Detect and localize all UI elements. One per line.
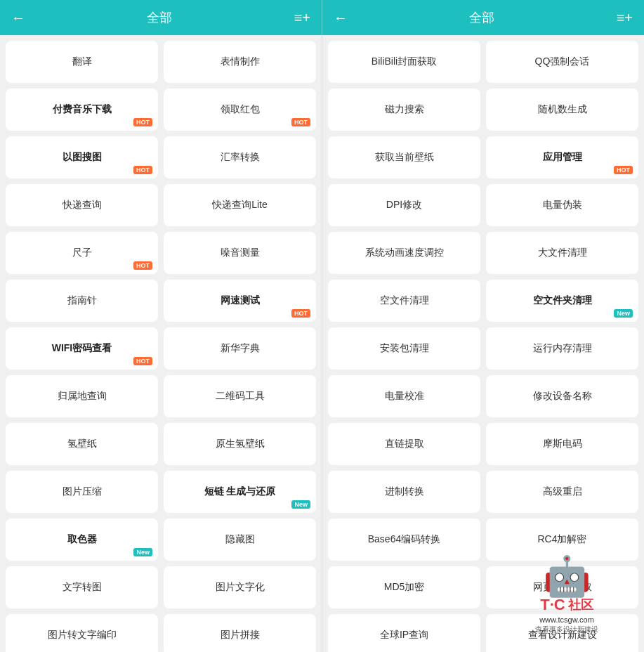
left-header-title: 全部 xyxy=(147,9,172,26)
left-item-15[interactable]: 二维码工具 xyxy=(164,375,316,417)
left-item-label-9: 噪音测量 xyxy=(221,247,260,259)
right-item-label-20: Base64编码转换 xyxy=(368,533,440,546)
left-item-badge-19: New xyxy=(291,500,310,509)
left-item-label-5: 汇率转换 xyxy=(221,151,260,164)
left-menu-icon[interactable]: ≡+ xyxy=(294,10,310,26)
right-item-label-1: QQ强制会话 xyxy=(535,56,590,68)
left-item-label-17: 原生氢壁纸 xyxy=(216,438,265,450)
right-item-10[interactable]: 空文件清理 xyxy=(328,280,480,322)
left-item-label-16: 氢壁纸 xyxy=(67,438,97,450)
left-item-18[interactable]: 图片压缩 xyxy=(6,471,158,513)
left-item-24[interactable]: 图片转文字编印 xyxy=(6,614,158,652)
right-item-label-11: 空文件夹清理 xyxy=(533,294,592,307)
left-item-label-10: 指南针 xyxy=(67,294,97,307)
right-item-label-23: 网页源码获取 xyxy=(533,581,592,594)
right-item-25[interactable]: 查看设计新建设 xyxy=(486,614,638,652)
left-item-23[interactable]: 图片文字化 xyxy=(164,566,316,608)
right-item-label-21: RC4加解密 xyxy=(537,533,586,546)
right-item-label-14: 电量校准 xyxy=(385,390,424,403)
right-item-19[interactable]: 高级重启 xyxy=(486,471,638,513)
left-item-14[interactable]: 归属地查询 xyxy=(6,375,158,417)
right-item-12[interactable]: 安装包清理 xyxy=(328,327,480,370)
left-item-badge-11: HOT xyxy=(291,309,310,318)
right-menu-icon[interactable]: ≡+ xyxy=(617,10,633,26)
left-item-label-15: 二维码工具 xyxy=(216,390,265,403)
left-item-10[interactable]: 指南针 xyxy=(6,280,158,322)
right-item-label-25: 查看设计新建设 xyxy=(528,629,597,641)
main-content: 翻译表情制作付费音乐下载HOT领取红包HOT以图搜图HOT汇率转换快递查询快递查… xyxy=(0,35,644,652)
right-item-15[interactable]: 修改设备名称 xyxy=(486,375,638,417)
left-item-label-4: 以图搜图 xyxy=(63,151,102,164)
right-item-label-9: 大文件清理 xyxy=(538,247,587,259)
right-item-3[interactable]: 随机数生成 xyxy=(486,89,638,131)
right-item-6[interactable]: DPI修改 xyxy=(328,184,480,226)
left-panel: 翻译表情制作付费音乐下载HOT领取红包HOT以图搜图HOT汇率转换快递查询快递查… xyxy=(0,35,322,652)
right-item-8[interactable]: 系统动画速度调控 xyxy=(328,232,480,274)
right-item-13[interactable]: 运行内存清理 xyxy=(486,327,638,370)
left-item-8[interactable]: 尺子HOT xyxy=(6,232,158,274)
right-item-9[interactable]: 大文件清理 xyxy=(486,232,638,274)
header-bar: ← 全部 ≡+ ← 全部 ≡+ xyxy=(0,0,644,35)
left-item-9[interactable]: 噪音测量 xyxy=(164,232,316,274)
left-item-19[interactable]: 短链 生成与还原New xyxy=(164,471,316,513)
left-item-label-25: 图片拼接 xyxy=(221,629,260,641)
right-item-label-13: 运行内存清理 xyxy=(533,342,592,355)
left-item-16[interactable]: 氢壁纸 xyxy=(6,423,158,465)
left-item-4[interactable]: 以图搜图HOT xyxy=(6,136,158,178)
right-item-1[interactable]: QQ强制会话 xyxy=(486,41,638,83)
right-item-2[interactable]: 磁力搜索 xyxy=(328,89,480,131)
right-item-label-0: BiliBili封面获取 xyxy=(372,56,437,68)
right-back-icon[interactable]: ← xyxy=(334,10,348,26)
right-item-7[interactable]: 电量伪装 xyxy=(486,184,638,226)
right-item-20[interactable]: Base64编码转换 xyxy=(328,519,480,561)
left-item-label-3: 领取红包 xyxy=(221,103,260,116)
left-item-0[interactable]: 翻译 xyxy=(6,41,158,83)
left-item-6[interactable]: 快递查询 xyxy=(6,184,158,226)
left-item-7[interactable]: 快递查询Lite xyxy=(164,184,316,226)
right-item-24[interactable]: 全球IP查询 xyxy=(328,614,480,652)
left-item-25[interactable]: 图片拼接 xyxy=(164,614,316,652)
left-item-5[interactable]: 汇率转换 xyxy=(164,136,316,178)
right-header-title: 全部 xyxy=(469,9,494,26)
left-item-label-21: 隐藏图 xyxy=(225,533,255,546)
left-item-label-1: 表情制作 xyxy=(221,56,260,68)
right-item-label-3: 随机数生成 xyxy=(538,103,587,116)
left-item-label-19: 短链 生成与还原 xyxy=(204,485,276,498)
right-item-18[interactable]: 进制转换 xyxy=(328,471,480,513)
right-item-21[interactable]: RC4加解密 xyxy=(486,519,638,561)
right-item-17[interactable]: 摩斯电码 xyxy=(486,423,638,465)
right-item-label-18: 进制转换 xyxy=(385,485,424,498)
left-item-badge-20: New xyxy=(133,548,152,556)
right-item-label-17: 摩斯电码 xyxy=(543,438,582,450)
left-item-label-6: 快递查询 xyxy=(63,199,102,211)
right-item-23[interactable]: 网页源码获取 xyxy=(486,566,638,608)
left-item-label-11: 网速测试 xyxy=(221,294,260,307)
left-item-11[interactable]: 网速测试HOT xyxy=(164,280,316,322)
left-header-panel: ← 全部 ≡+ xyxy=(0,0,322,35)
left-item-badge-12: HOT xyxy=(133,357,152,365)
left-back-icon[interactable]: ← xyxy=(11,10,25,26)
left-item-20[interactable]: 取色器New xyxy=(6,519,158,561)
right-item-14[interactable]: 电量校准 xyxy=(328,375,480,417)
left-item-2[interactable]: 付费音乐下载HOT xyxy=(6,89,158,131)
right-item-22[interactable]: MD5加密 xyxy=(328,566,480,608)
right-item-label-7: 电量伪装 xyxy=(543,199,582,211)
left-item-17[interactable]: 原生氢壁纸 xyxy=(164,423,316,465)
right-item-label-15: 修改设备名称 xyxy=(533,390,592,403)
left-item-12[interactable]: WIFI密码查看HOT xyxy=(6,327,158,370)
right-item-5[interactable]: 应用管理HOT xyxy=(486,136,638,178)
left-item-13[interactable]: 新华字典 xyxy=(164,327,316,370)
right-item-0[interactable]: BiliBili封面获取 xyxy=(328,41,480,83)
left-item-1[interactable]: 表情制作 xyxy=(164,41,316,83)
left-item-3[interactable]: 领取红包HOT xyxy=(164,89,316,131)
right-item-11[interactable]: 空文件夹清理New xyxy=(486,280,638,322)
left-item-label-18: 图片压缩 xyxy=(63,485,102,498)
left-item-label-0: 翻译 xyxy=(72,56,92,68)
right-item-label-4: 获取当前壁纸 xyxy=(375,151,434,164)
left-item-21[interactable]: 隐藏图 xyxy=(164,519,316,561)
right-item-4[interactable]: 获取当前壁纸 xyxy=(328,136,480,178)
right-item-label-24: 全球IP查询 xyxy=(380,629,428,641)
right-item-16[interactable]: 直链提取 xyxy=(328,423,480,465)
left-item-22[interactable]: 文字转图 xyxy=(6,566,158,608)
left-item-badge-2: HOT xyxy=(133,118,152,126)
